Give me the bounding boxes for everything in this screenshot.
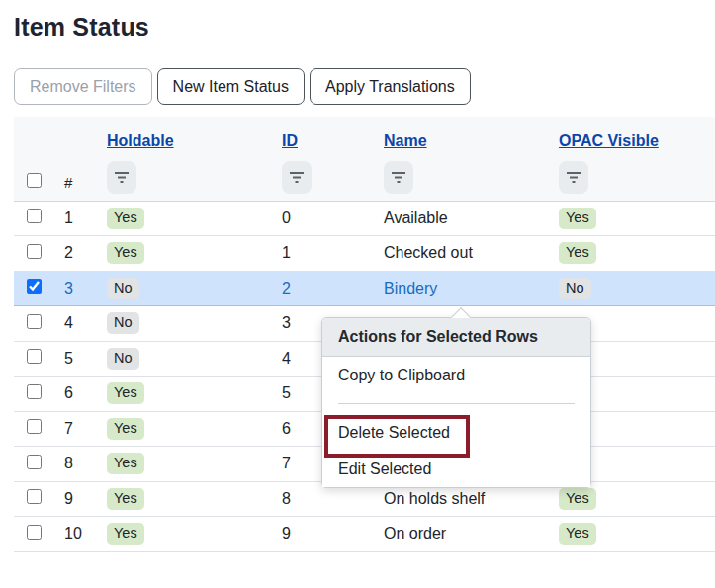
- row-select-checkbox[interactable]: [27, 525, 42, 540]
- row-select-checkbox[interactable]: [27, 455, 42, 469]
- menu-item-delete-selected[interactable]: Delete Selected: [322, 414, 590, 451]
- row-select-checkbox[interactable]: [27, 349, 42, 364]
- filter-button-name[interactable]: [384, 161, 413, 194]
- filter-icon: [566, 170, 581, 185]
- row-number-cell: 2: [57, 236, 100, 272]
- context-menu-title: Actions for Selected Rows: [322, 318, 590, 357]
- toolbar: Remove Filters New Item Status Apply Tra…: [14, 68, 715, 105]
- row-select-checkbox[interactable]: [27, 314, 42, 329]
- row-number-cell: 8: [57, 447, 100, 482]
- opac-visible-cell: Yes: [552, 236, 715, 272]
- status-badge: Yes: [107, 488, 144, 510]
- status-badge: Yes: [559, 208, 596, 229]
- holdable-cell: Yes: [100, 481, 275, 517]
- table-row[interactable]: 10 Yes 9 On order Yes: [14, 517, 715, 552]
- opac-visible-cell: No: [552, 271, 715, 306]
- table-row[interactable]: 1 Yes 0 Available Yes: [14, 201, 715, 236]
- row-select-checkbox[interactable]: [27, 384, 42, 399]
- filter-icon: [114, 170, 130, 185]
- row-select-checkbox[interactable]: [27, 279, 42, 294]
- column-header-id[interactable]: ID: [282, 132, 298, 149]
- table-row[interactable]: 2 Yes 1 Checked out Yes: [14, 236, 715, 272]
- status-badge: Yes: [559, 488, 596, 510]
- status-badge: No: [107, 348, 139, 370]
- column-header-opac-visible[interactable]: OPAC Visible: [559, 132, 659, 149]
- column-header-holdable[interactable]: Holdable: [107, 132, 174, 149]
- holdable-cell: No: [100, 341, 275, 377]
- menu-item-copy-to-clipboard[interactable]: Copy to Clipboard: [322, 357, 590, 393]
- menu-item-edit-selected[interactable]: Edit Selected: [322, 451, 590, 487]
- id-cell: 0: [275, 201, 377, 236]
- status-badge: Yes: [107, 382, 144, 404]
- opac-visible-cell: Yes: [552, 201, 715, 236]
- opac-visible-cell: Yes: [552, 517, 715, 552]
- grid-header: Holdable ID Name OPAC Visible #: [14, 117, 715, 201]
- status-badge: No: [107, 278, 139, 299]
- id-cell: 9: [275, 517, 377, 552]
- holdable-cell: No: [100, 306, 275, 342]
- row-select-checkbox[interactable]: [27, 209, 42, 223]
- apply-translations-button[interactable]: Apply Translations: [310, 68, 471, 105]
- item-status-page: Item Status Remove Filters New Item Stat…: [0, 0, 715, 588]
- filter-button-id[interactable]: [282, 161, 312, 194]
- status-badge: Yes: [107, 418, 144, 440]
- status-badge: Yes: [107, 242, 144, 264]
- column-header-name[interactable]: Name: [384, 132, 427, 149]
- name-cell: Available: [377, 201, 552, 236]
- holdable-cell: Yes: [100, 447, 275, 482]
- row-number-cell: 7: [57, 411, 100, 447]
- new-item-status-button[interactable]: New Item Status: [157, 68, 305, 105]
- id-cell: 2: [275, 271, 377, 306]
- table-row[interactable]: 3 No 2 Bindery No: [14, 271, 715, 306]
- status-badge: Yes: [107, 523, 144, 545]
- name-cell: On order: [377, 517, 552, 552]
- name-cell: Checked out: [377, 236, 552, 272]
- holdable-cell: Yes: [100, 201, 275, 236]
- name-cell: Bindery: [377, 271, 552, 306]
- row-number-header: #: [64, 174, 72, 191]
- row-number-cell: 5: [57, 341, 100, 377]
- status-badge: No: [559, 278, 591, 299]
- select-all-checkbox[interactable]: [27, 173, 42, 188]
- filter-button-opac-visible[interactable]: [559, 161, 588, 194]
- remove-filters-button[interactable]: Remove Filters: [14, 68, 152, 105]
- status-badge: Yes: [107, 208, 144, 229]
- row-select-checkbox[interactable]: [27, 419, 42, 434]
- status-badge: Yes: [559, 242, 596, 264]
- row-number-cell: 1: [57, 201, 100, 236]
- holdable-cell: Yes: [100, 377, 275, 412]
- holdable-cell: No: [100, 271, 275, 306]
- actions-context-menu: Actions for Selected Rows Copy to Clipbo…: [321, 317, 591, 488]
- holdable-cell: Yes: [100, 411, 275, 447]
- row-number-cell: 4: [57, 306, 100, 342]
- row-select-checkbox[interactable]: [27, 489, 42, 504]
- filter-icon: [289, 170, 305, 185]
- filter-icon: [391, 170, 406, 185]
- menu-divider: [338, 403, 575, 404]
- id-cell: 1: [275, 236, 377, 272]
- filter-button-holdable[interactable]: [107, 161, 136, 194]
- row-number-cell: 3: [57, 271, 100, 306]
- holdable-cell: Yes: [100, 517, 275, 552]
- row-number-cell: 10: [57, 517, 100, 552]
- page-title: Item Status: [14, 0, 715, 42]
- status-badge: Yes: [107, 453, 144, 474]
- status-badge: Yes: [559, 523, 596, 545]
- row-number-cell: 6: [57, 377, 100, 412]
- status-badge: No: [107, 312, 139, 334]
- row-number-cell: 9: [57, 481, 100, 517]
- row-select-checkbox[interactable]: [27, 244, 42, 259]
- holdable-cell: Yes: [100, 236, 275, 272]
